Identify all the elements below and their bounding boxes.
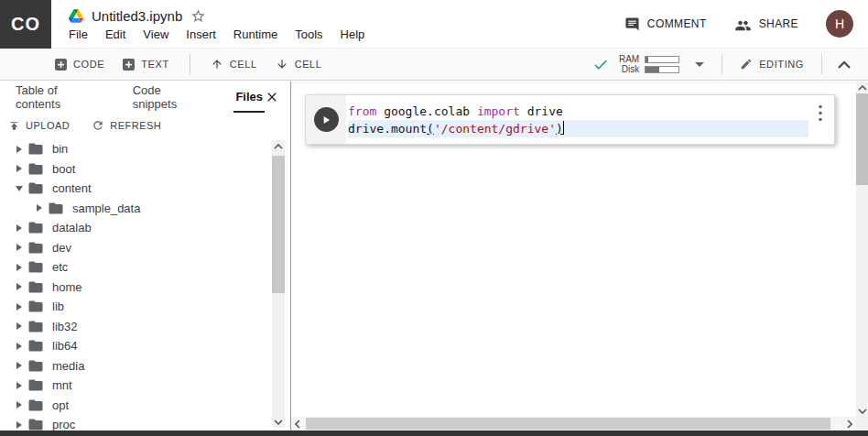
menu-tools[interactable]: Tools bbox=[295, 27, 322, 41]
chevron-right-icon[interactable] bbox=[11, 382, 27, 389]
share-button[interactable]: SHARE bbox=[734, 17, 798, 31]
cell-more-options-icon[interactable] bbox=[819, 105, 822, 125]
add-code-button[interactable]: CODE bbox=[55, 59, 104, 71]
chevron-right-icon[interactable] bbox=[11, 146, 27, 153]
menu-edit[interactable]: Edit bbox=[105, 27, 125, 41]
star-icon[interactable] bbox=[190, 8, 206, 24]
chevron-right-icon[interactable] bbox=[11, 224, 27, 232]
tree-item-home[interactable]: home bbox=[0, 278, 268, 298]
run-cell-button[interactable] bbox=[314, 107, 339, 132]
main-vertical-scrollbar[interactable] bbox=[856, 82, 868, 431]
scroll-left-icon[interactable] bbox=[291, 417, 304, 431]
tree-item-datalab[interactable]: datalab bbox=[0, 218, 268, 238]
chevron-right-icon[interactable] bbox=[11, 165, 27, 172]
folder-icon bbox=[48, 202, 64, 215]
scroll-up-icon[interactable] bbox=[856, 82, 868, 93]
code-editor[interactable]: from google.colab import drivedrive.moun… bbox=[346, 95, 834, 144]
tree-item-boot[interactable]: boot bbox=[0, 159, 268, 180]
pencil-icon bbox=[740, 58, 753, 71]
avatar[interactable]: H bbox=[826, 10, 853, 38]
menu-help[interactable]: Help bbox=[341, 27, 365, 41]
comment-icon bbox=[624, 16, 640, 32]
chevron-right-icon[interactable] bbox=[31, 204, 48, 212]
scroll-up-icon[interactable] bbox=[272, 140, 285, 152]
upload-button[interactable]: UPLOAD bbox=[8, 120, 70, 132]
arrow-up-icon bbox=[211, 58, 223, 71]
tree-item-lib[interactable]: lib bbox=[0, 297, 268, 317]
sidebar-panel: Table of contentsCode snippetsFiles UPLO… bbox=[0, 82, 291, 431]
scroll-right-icon[interactable] bbox=[843, 417, 856, 431]
editing-mode-button[interactable]: EDITING bbox=[734, 58, 809, 71]
upload-icon bbox=[8, 120, 20, 132]
chevron-right-icon[interactable] bbox=[11, 401, 27, 409]
tree-item-label: proc bbox=[52, 418, 75, 431]
resource-monitor[interactable]: RAM Disk bbox=[619, 54, 679, 74]
tree-item-proc[interactable]: proc bbox=[0, 415, 268, 431]
tree-item-lib32[interactable]: lib32 bbox=[0, 317, 268, 337]
refresh-button[interactable]: REFRESH bbox=[92, 119, 161, 132]
tree-item-mnt[interactable]: mnt bbox=[0, 376, 268, 396]
chevron-right-icon[interactable] bbox=[11, 283, 27, 290]
tree-item-label: home bbox=[52, 280, 82, 294]
scroll-down-icon[interactable] bbox=[272, 416, 285, 428]
folder-icon bbox=[27, 280, 44, 294]
bottom-scroll-track[interactable] bbox=[0, 431, 868, 436]
header: CO Untitled3.ipynb FileEditViewInser bbox=[0, 0, 868, 49]
colab-logo[interactable]: CO bbox=[0, 0, 51, 49]
chevron-right-icon[interactable] bbox=[11, 244, 27, 251]
code-line-1[interactable]: from google.colab import drive bbox=[348, 103, 834, 120]
tree-item-media[interactable]: media bbox=[0, 356, 268, 376]
code-line-2[interactable]: drive.mount('/content/gdrive') bbox=[348, 120, 808, 137]
chevron-right-icon[interactable] bbox=[11, 264, 27, 271]
tree-item-label: lib32 bbox=[52, 320, 77, 333]
tree-item-label: boot bbox=[52, 162, 75, 176]
folder-icon bbox=[27, 378, 44, 392]
toolbar: CODE TEXT CELL CELL RAM bbox=[0, 49, 868, 81]
menu-view[interactable]: View bbox=[143, 27, 168, 41]
add-text-button[interactable]: TEXT bbox=[123, 59, 169, 71]
chevron-right-icon[interactable] bbox=[11, 343, 27, 350]
close-sidebar-button[interactable] bbox=[265, 90, 279, 104]
menu-insert[interactable]: Insert bbox=[186, 27, 216, 41]
main-vertical-scrollbar-thumb[interactable] bbox=[856, 93, 868, 185]
tree-item-content[interactable]: content bbox=[0, 179, 268, 199]
folder-icon bbox=[27, 418, 44, 431]
tree-item-sample_data[interactable]: sample_data bbox=[0, 199, 268, 219]
resources-dropdown-icon[interactable] bbox=[689, 62, 710, 67]
disk-bar-fill bbox=[646, 67, 658, 72]
google-drive-icon bbox=[69, 9, 83, 23]
tab-code-snippets[interactable]: Code snippets bbox=[131, 82, 211, 113]
chevron-right-icon[interactable] bbox=[11, 322, 27, 330]
chevron-down-icon[interactable] bbox=[11, 185, 27, 192]
tree-item-opt[interactable]: opt bbox=[0, 396, 268, 416]
tab-table-of-contents[interactable]: Table of contents bbox=[14, 82, 107, 113]
tree-item-etc[interactable]: etc bbox=[0, 257, 268, 278]
collapse-toolbar-icon[interactable] bbox=[834, 60, 854, 69]
tree-item-label: mnt bbox=[52, 378, 72, 392]
tab-files[interactable]: Files bbox=[233, 82, 265, 113]
notebook-title[interactable]: Untitled3.ipynb bbox=[92, 8, 182, 24]
sidebar-scrollbar-thumb[interactable] bbox=[272, 156, 285, 293]
menu-file[interactable]: File bbox=[69, 27, 88, 41]
main-horizontal-scrollbar-thumb[interactable] bbox=[306, 418, 830, 430]
main-horizontal-scrollbar[interactable] bbox=[291, 417, 856, 431]
body: Table of contentsCode snippetsFiles UPLO… bbox=[0, 82, 868, 431]
sidebar-tabs: Table of contentsCode snippetsFiles bbox=[0, 82, 290, 113]
chevron-right-icon[interactable] bbox=[11, 303, 27, 311]
comment-button[interactable]: COMMENT bbox=[624, 16, 707, 32]
tree-item-bin[interactable]: bin bbox=[0, 139, 268, 159]
tree-item-dev[interactable]: dev bbox=[0, 238, 268, 258]
chevron-right-icon[interactable] bbox=[11, 362, 27, 369]
code-cell[interactable]: from google.colab import drivedrive.moun… bbox=[305, 94, 835, 145]
scroll-down-icon[interactable] bbox=[856, 405, 868, 417]
move-cell-up-button[interactable]: CELL bbox=[211, 58, 257, 71]
tree-item-lib64[interactable]: lib64 bbox=[0, 336, 268, 356]
chevron-right-icon[interactable] bbox=[11, 421, 27, 429]
add-text-label: TEXT bbox=[141, 59, 169, 70]
move-cell-down-button[interactable]: CELL bbox=[276, 58, 322, 71]
move-cell-down-label: CELL bbox=[295, 59, 322, 70]
tree-item-label: datalab bbox=[52, 221, 92, 234]
sidebar-scrollbar[interactable] bbox=[272, 140, 285, 428]
tree-item-label: sample_data bbox=[72, 202, 140, 215]
menu-runtime[interactable]: Runtime bbox=[233, 27, 277, 41]
